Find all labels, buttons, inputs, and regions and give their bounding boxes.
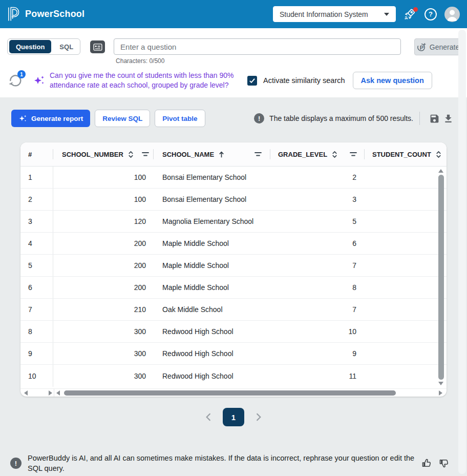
column-label: STUDENT_COUNT	[372, 151, 431, 158]
vertical-scrollbar[interactable]	[437, 169, 444, 385]
column-header-student-count: STUDENT_COUNT	[365, 142, 447, 166]
table-header-row: # SCHOOL_NUMBER SCHOOL_NAME	[20, 142, 447, 167]
save-report-button[interactable]	[429, 113, 440, 124]
sort-icon[interactable]	[127, 151, 135, 158]
horizontal-scrollbar[interactable]	[54, 389, 444, 397]
cell-school-number: 210	[53, 299, 154, 320]
cell-row-number: 10	[20, 365, 53, 387]
scroll-right-arrow[interactable]	[49, 390, 52, 396]
filter-icon[interactable]	[254, 151, 262, 157]
tab-question[interactable]: Question	[9, 40, 51, 53]
cell-school-number: 200	[53, 233, 154, 254]
cell-school-number: 300	[53, 343, 154, 364]
filter-icon[interactable]	[141, 151, 150, 157]
column-header-grade-level: GRADE_LEVEL	[270, 142, 365, 166]
disclaimer-footer: ! PowerBuddy is AI, and all AI can somet…	[0, 447, 467, 476]
horizontal-scrollbar-thumb[interactable]	[64, 390, 396, 396]
question-input[interactable]	[114, 38, 401, 55]
previous-page-button[interactable]	[203, 412, 214, 422]
review-sql-button[interactable]: Review SQL	[95, 110, 150, 127]
pagination: 1	[0, 408, 467, 426]
announcements-button[interactable]	[404, 8, 417, 21]
table-row: 3 120 Magnolia Elementary School 5	[20, 211, 447, 233]
thumbs-down-icon	[438, 458, 450, 469]
table-row: 4 200 Maple Middle School 6	[20, 233, 447, 255]
cell-grade-level: 8	[270, 277, 365, 298]
horizontal-scrollbar-row	[20, 388, 447, 397]
brand-title: PowerSchool	[25, 9, 84, 19]
results-table-card: # SCHOOL_NUMBER SCHOOL_NAME	[20, 142, 447, 397]
sort-ascending-icon[interactable]	[218, 151, 225, 158]
cell-school-name: Maple Middle School	[154, 255, 270, 276]
scroll-left-arrow[interactable]	[56, 390, 60, 396]
cell-row-number: 1	[20, 167, 53, 188]
scroll-up-arrow[interactable]	[438, 169, 443, 173]
current-page-button[interactable]: 1	[223, 408, 244, 426]
page-scrollbar[interactable]	[458, 30, 466, 474]
cell-school-name: Bonsai Elementary School	[154, 189, 270, 210]
cell-row-number: 8	[20, 321, 53, 342]
brand: PowerSchool	[7, 7, 84, 22]
table-row: 9 300 Redwood High School 9	[20, 343, 447, 365]
next-page-button[interactable]	[253, 412, 264, 422]
previous-question-text[interactable]: Can you give me the count of students wi…	[50, 71, 241, 90]
generate-label: Generate	[430, 43, 459, 51]
app-selector-dropdown[interactable]: Student Information System	[273, 6, 396, 22]
cell-school-number: 120	[53, 211, 154, 232]
cell-school-name: Oak Middle School	[154, 299, 270, 320]
cell-school-name: Redwood High School	[154, 321, 270, 342]
scroll-left-arrow[interactable]	[24, 390, 28, 396]
generate-report-button[interactable]: Generate report	[11, 110, 90, 127]
thumbs-up-button[interactable]	[421, 458, 432, 469]
question-history-button[interactable]: 1	[7, 72, 24, 89]
cell-grade-level: 3	[270, 189, 365, 210]
table-row: 1 100 Bonsai Elementary School 2	[20, 167, 447, 189]
cell-grade-level: 11	[270, 365, 365, 387]
sort-icon[interactable]	[435, 151, 442, 158]
generate-report-label: Generate report	[31, 115, 83, 122]
cell-student-count	[365, 299, 447, 320]
help-button[interactable]: ?	[424, 8, 437, 20]
column-header-index: #	[20, 142, 53, 166]
column-label: GRADE_LEVEL	[278, 151, 327, 158]
max-results-note: The table displays a maximum of 500 resu…	[269, 114, 413, 122]
history-count-badge: 1	[17, 70, 26, 78]
cell-grade-level: 9	[270, 343, 365, 364]
tab-sql[interactable]: SQL	[53, 39, 80, 54]
vertical-scrollbar-thumb[interactable]	[438, 175, 444, 380]
user-avatar[interactable]	[444, 7, 460, 22]
cell-student-count	[365, 277, 447, 298]
thumbs-down-button[interactable]	[438, 458, 450, 469]
filter-icon[interactable]	[349, 151, 357, 157]
scroll-down-arrow[interactable]	[438, 382, 443, 385]
table-row: 2 100 Bonsai Elementary School 3	[20, 189, 447, 211]
scroll-right-arrow[interactable]	[439, 390, 442, 396]
card-view-icon	[93, 44, 102, 51]
notification-dot	[413, 7, 418, 12]
index-column-scrollbar[interactable]	[23, 389, 54, 397]
cell-school-name: Redwood High School	[154, 365, 270, 387]
download-button[interactable]	[443, 113, 454, 124]
character-counter: Characters: 0/500	[116, 57, 401, 65]
info-icon: !	[10, 458, 22, 469]
table-row: 7 210 Oak Middle School 7	[20, 299, 447, 321]
help-icon: ?	[424, 8, 437, 20]
sample-questions-button[interactable]	[90, 40, 105, 53]
cell-student-count	[365, 365, 447, 387]
similarity-search-checkbox[interactable]	[247, 76, 257, 86]
generate-button[interactable]: P Generate	[414, 38, 462, 55]
download-icon	[443, 113, 454, 124]
cell-row-number: 6	[20, 277, 53, 298]
cell-school-name: Redwood High School	[154, 343, 270, 364]
cell-school-number: 200	[53, 277, 154, 298]
table-row: 6 200 Maple Middle School 8	[20, 277, 447, 299]
pivot-table-button[interactable]: Pivot table	[155, 110, 205, 127]
cell-row-number: 2	[20, 189, 53, 210]
cell-student-count	[365, 167, 447, 188]
input-mode-toggle: Question SQL	[7, 38, 80, 55]
ask-new-question-button[interactable]: Ask new question	[353, 72, 432, 89]
cell-student-count	[365, 211, 447, 232]
column-label: #	[28, 151, 32, 158]
cell-grade-level: 5	[270, 211, 365, 232]
sort-icon[interactable]	[331, 151, 338, 158]
